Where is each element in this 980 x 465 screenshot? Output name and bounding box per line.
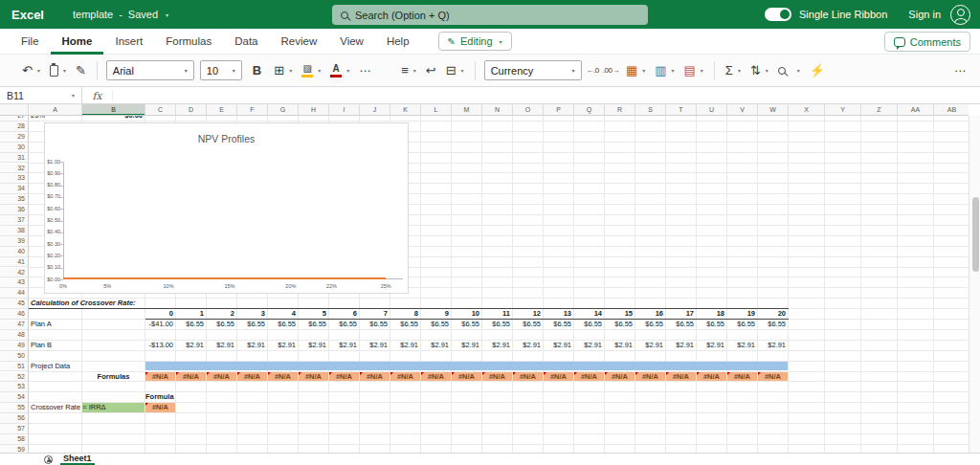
cell-H46[interactable]: 5 — [299, 309, 328, 320]
cell-V52[interactable]: #N/A — [727, 372, 757, 383]
cell-O46[interactable]: 12 — [513, 309, 543, 320]
row-header-31[interactable]: 31 — [0, 153, 29, 164]
menu-tab-formulas[interactable]: Formulas — [154, 29, 223, 55]
row-header-50[interactable]: 50 — [0, 351, 29, 362]
cell-G49[interactable]: $2.91 — [268, 341, 298, 351]
doc-title[interactable]: template — [73, 9, 113, 20]
column-header-B[interactable]: B — [82, 104, 145, 116]
row-header-32[interactable]: 32 — [0, 164, 29, 174]
row-header-42[interactable]: 42 — [0, 268, 29, 278]
single-line-ribbon-toggle[interactable] — [765, 8, 791, 21]
cell-F46[interactable]: 3 — [237, 309, 267, 320]
fx-icon[interactable]: fx — [82, 90, 113, 101]
select-all-corner[interactable] — [0, 104, 29, 116]
row-header-58[interactable]: 58 — [0, 434, 29, 445]
cell-R46[interactable]: 15 — [605, 309, 635, 320]
font-name-select[interactable]: Arial▾ — [106, 60, 194, 80]
cell-P47[interactable]: $6.55 — [544, 320, 573, 330]
font-more-button[interactable]: ⋯ — [354, 61, 375, 80]
cell-Q49[interactable]: $2.91 — [574, 341, 604, 351]
row-header-41[interactable]: 41 — [0, 257, 29, 268]
cell-W49[interactable]: $2.91 — [758, 341, 788, 351]
accessibility-icon[interactable] — [44, 455, 53, 464]
cell-A51[interactable]: Project Data — [29, 362, 70, 372]
save-status[interactable]: Saved — [128, 9, 158, 20]
cell-O49[interactable]: $2.91 — [513, 341, 543, 351]
row-header-38[interactable]: 38 — [0, 226, 29, 236]
sort-filter-button[interactable]: ⇅▾ — [746, 61, 773, 79]
column-header-X[interactable]: X — [789, 104, 825, 116]
font-color-button[interactable]: A▾ — [325, 61, 354, 80]
cell-F52[interactable]: #N/A — [237, 372, 267, 383]
column-header-G[interactable]: G — [268, 104, 299, 116]
align-button[interactable]: ≡▾ — [396, 61, 421, 79]
merge-center-button[interactable]: ⊟▾ — [441, 61, 469, 79]
column-header-C[interactable]: C — [145, 104, 176, 116]
cell-N52[interactable]: #N/A — [482, 372, 512, 383]
borders-button[interactable]: ⊞▾ — [269, 61, 297, 79]
cell-R52[interactable]: #N/A — [605, 372, 635, 383]
cell-M46[interactable]: 10 — [452, 309, 481, 320]
cell-S49[interactable]: $2.91 — [635, 341, 665, 351]
cell-W47[interactable]: $6.55 — [758, 320, 788, 330]
cell-N49[interactable]: $2.91 — [482, 341, 512, 351]
cell-N47[interactable]: $6.55 — [482, 320, 512, 330]
cell-D46[interactable]: 1 — [176, 309, 206, 320]
app-logo[interactable]: Excel — [11, 8, 44, 22]
cell-U47[interactable]: $6.55 — [697, 320, 726, 330]
cell-P52[interactable]: #N/A — [544, 372, 573, 383]
menu-tab-insert[interactable]: Insert — [103, 29, 154, 55]
bold-button[interactable]: B — [245, 60, 269, 80]
menu-tab-review[interactable]: Review — [269, 29, 328, 55]
cell-U46[interactable]: 18 — [697, 309, 726, 320]
cell-R49[interactable]: $2.91 — [605, 341, 635, 351]
comments-button[interactable]: Comments — [884, 32, 970, 52]
cell-R47[interactable]: $6.55 — [605, 320, 635, 330]
sign-in-link[interactable]: Sign in — [908, 9, 941, 20]
column-header-L[interactable]: L — [421, 104, 452, 116]
sheet-tab[interactable]: Sheet1 — [60, 454, 95, 465]
cell-L47[interactable]: $6.55 — [421, 320, 451, 330]
row-header-47[interactable]: 47 — [0, 320, 29, 330]
row-header-49[interactable]: 49 — [0, 341, 29, 351]
cell-E47[interactable]: $6.55 — [207, 320, 236, 330]
cell-A49[interactable]: Plan B — [29, 341, 52, 351]
cell-A55[interactable]: Crossover Rate = IRRΔ — [29, 403, 106, 413]
cell-F49[interactable]: $2.91 — [237, 341, 267, 351]
cell-Q47[interactable]: $6.55 — [574, 320, 604, 330]
column-header-U[interactable]: U — [697, 104, 727, 116]
paste-button[interactable]: ▾ — [45, 62, 71, 79]
cell-T49[interactable]: $2.91 — [666, 341, 696, 351]
cell-V46[interactable]: 19 — [727, 309, 757, 320]
cell-C52[interactable]: #N/A — [145, 372, 175, 383]
column-header-AA[interactable]: AA — [898, 104, 934, 116]
cell-B27[interactable]: $0.00 — [82, 116, 145, 122]
row-header-45[interactable]: 45 — [0, 299, 29, 309]
cell-M47[interactable]: $6.55 — [452, 320, 481, 330]
cell-I49[interactable]: $2.91 — [329, 341, 359, 351]
cell-V47[interactable]: $6.55 — [727, 320, 757, 330]
vertical-scrollbar[interactable] — [969, 116, 980, 453]
column-header-S[interactable]: S — [635, 104, 666, 116]
cell-U49[interactable]: $2.91 — [697, 341, 726, 351]
menu-tab-view[interactable]: View — [328, 29, 375, 55]
row-header-57[interactable]: 57 — [0, 424, 29, 434]
format-as-table-button[interactable]: ▥▾ — [650, 61, 679, 79]
chevron-down-icon[interactable]: ▾ — [166, 11, 168, 18]
cell-E52[interactable]: #N/A — [207, 372, 236, 383]
cell-B52[interactable]: Formulas — [82, 372, 145, 383]
column-header-M[interactable]: M — [452, 104, 482, 116]
row-header-51[interactable]: 51 — [0, 362, 29, 372]
column-header-AB[interactable]: AB — [934, 104, 969, 116]
cell-I46[interactable]: 6 — [329, 309, 359, 320]
menu-tab-data[interactable]: Data — [223, 29, 269, 55]
row-header-40[interactable]: 40 — [0, 247, 29, 257]
cell-S46[interactable]: 16 — [635, 309, 665, 320]
cell-V49[interactable]: $2.91 — [727, 341, 757, 351]
cell-J46[interactable]: 7 — [360, 309, 390, 320]
column-header-F[interactable]: F — [237, 104, 268, 116]
cell-W46[interactable]: 20 — [758, 309, 788, 320]
row-header-36[interactable]: 36 — [0, 205, 29, 215]
row-header-54[interactable]: 54 — [0, 392, 29, 403]
cell-U52[interactable]: #N/A — [697, 372, 726, 383]
